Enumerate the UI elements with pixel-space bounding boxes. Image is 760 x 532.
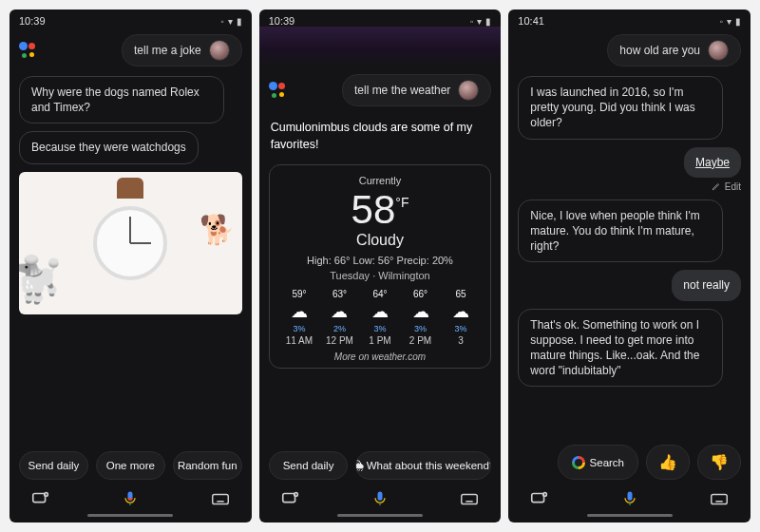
- header-row: how old are you: [508, 28, 750, 76]
- chip-send-daily[interactable]: Send daily: [269, 451, 349, 480]
- watch-icon: [93, 206, 167, 280]
- poodle-icon: 🐩: [19, 254, 64, 305]
- lens-icon[interactable]: [280, 491, 301, 506]
- query-pill[interactable]: how old are you: [607, 34, 741, 66]
- hourly-forecast: 59° ☁ 3% 11 AM 63° ☁ 2% 12 PM 64° ☁ 3% 1…: [277, 289, 484, 346]
- day-location: Tuesday · Wilmington: [277, 270, 484, 281]
- forecast-hour: 66° ☁ 3% 2 PM: [400, 289, 441, 346]
- assistant-bubble: I was launched in 2016, so I'm pretty yo…: [518, 76, 723, 140]
- conversation: Cumulonimbus clouds are some of my favor…: [259, 116, 502, 444]
- conversation: I was launched in 2016, so I'm pretty yo…: [508, 76, 750, 437]
- query-text: how old are you: [619, 44, 700, 57]
- pencil-icon: [712, 181, 721, 191]
- svg-rect-13: [712, 494, 728, 504]
- query-text: tell me the weather: [354, 84, 450, 97]
- current-temp: 58°F: [277, 190, 484, 230]
- assistant-bubble: That's ok. Something to work on I suppos…: [518, 309, 723, 388]
- nav-handle[interactable]: [87, 514, 173, 517]
- status-icons: ◦▾▮: [470, 16, 492, 27]
- cloud-icon: ☁: [291, 301, 308, 322]
- query-pill[interactable]: tell me a joke: [122, 34, 242, 66]
- joke-punchline-bubble: Because they were watchdogs: [19, 131, 199, 163]
- forecast-hour: 63° ☁ 2% 12 PM: [319, 289, 360, 346]
- query-pill[interactable]: tell me the weather: [342, 74, 491, 106]
- input-bar: [10, 485, 252, 510]
- status-dot-icon: ◦: [220, 16, 224, 27]
- mic-icon[interactable]: [619, 491, 640, 506]
- forecast-hour: 65 ☁ 3% 3: [441, 289, 482, 346]
- status-bar: 10:41 ◦▾▮: [508, 10, 750, 28]
- google-icon: [572, 456, 585, 469]
- screen-age: 10:41 ◦▾▮ how old are you I was launched…: [508, 10, 750, 522]
- chip-random-fun[interactable]: Random fun: [173, 451, 242, 480]
- user-bubble[interactable]: not really: [672, 270, 741, 300]
- svg-rect-7: [282, 494, 294, 503]
- cloud-icon: ☁: [371, 301, 389, 322]
- chip-send-daily[interactable]: Send daily: [19, 451, 88, 480]
- status-icons: ◦ ▾ ▮: [220, 16, 242, 27]
- nav-handle[interactable]: [587, 514, 673, 517]
- dog-icon: 🐕: [200, 212, 235, 245]
- assistant-logo-icon: [19, 42, 36, 59]
- status-icons: ◦▾▮: [719, 16, 741, 27]
- assistant-logo-icon: [269, 82, 286, 99]
- mic-icon[interactable]: [370, 491, 390, 506]
- assistant-bubble: Nice, I love when people think I'm matur…: [518, 200, 723, 263]
- current-condition: Cloudy: [277, 232, 484, 249]
- currently-label: Currently: [277, 175, 484, 186]
- lens-icon[interactable]: [529, 491, 550, 506]
- chip-weekend[interactable]: 🌦 What about this weekend?: [355, 451, 491, 480]
- avatar[interactable]: [458, 80, 479, 101]
- screen-weather: 10:39 ◦▾▮ tell me the weather Cumulonimb…: [259, 10, 502, 522]
- svg-point-1: [45, 493, 48, 497]
- weather-card[interactable]: Currently 58°F Cloudy High: 66° Low: 56°…: [269, 164, 492, 369]
- mic-icon[interactable]: [120, 491, 141, 506]
- screen-joke: 10:39 ◦ ▾ ▮ tell me a joke Why were the …: [10, 10, 252, 522]
- chip-thumbs-up[interactable]: 👍: [646, 445, 690, 480]
- cloud-icon: ☁: [331, 301, 348, 322]
- thumbs-down-icon: 👎: [710, 453, 729, 471]
- chip-thumbs-down[interactable]: 👎: [697, 445, 741, 480]
- keyboard-icon[interactable]: [709, 491, 730, 506]
- high-low-precip: High: 66° Low: 56° Precip: 20%: [277, 255, 484, 266]
- keyboard-icon[interactable]: [210, 491, 231, 506]
- svg-rect-9: [462, 494, 478, 504]
- suggestion-chips: Send daily One more Random fun: [10, 444, 252, 485]
- status-time: 10:39: [269, 15, 295, 27]
- edit-hint[interactable]: Edit: [712, 181, 741, 192]
- keyboard-icon[interactable]: [459, 491, 480, 506]
- header-row: tell me the weather: [259, 68, 502, 116]
- status-bar: 10:39 ◦▾▮: [259, 10, 502, 28]
- svg-rect-0: [33, 494, 46, 503]
- conversation: Why were the dogs named Rolex and Timex?…: [10, 76, 252, 444]
- user-bubble[interactable]: Maybe: [684, 147, 741, 178]
- input-bar: [259, 485, 502, 510]
- cloud-icon: ☁: [452, 301, 469, 322]
- status-bar: 10:39 ◦ ▾ ▮: [10, 10, 252, 28]
- weather-intro: Cumulonimbus clouds are some of my favor…: [269, 116, 492, 157]
- action-chips: Search 👍 👎: [508, 437, 750, 485]
- svg-point-12: [543, 493, 547, 497]
- more-weather-link[interactable]: More on weather.com: [277, 352, 484, 362]
- chip-search[interactable]: Search: [558, 445, 638, 480]
- chip-one-more[interactable]: One more: [96, 451, 165, 480]
- wifi-icon: ▾: [228, 16, 233, 27]
- header-row: tell me a joke: [10, 28, 252, 76]
- svg-rect-11: [532, 494, 544, 503]
- avatar[interactable]: [708, 40, 729, 61]
- nav-handle[interactable]: [337, 514, 423, 517]
- lens-icon[interactable]: [30, 491, 51, 506]
- input-bar: [508, 485, 750, 510]
- cloud-icon: ☁: [412, 301, 429, 322]
- avatar[interactable]: [209, 40, 230, 61]
- battery-icon: ▮: [237, 16, 242, 27]
- query-text: tell me a joke: [134, 44, 201, 57]
- forecast-hour: 59° ☁ 3% 11 AM: [279, 289, 320, 346]
- svg-rect-2: [212, 494, 228, 504]
- suggestion-chips: Send daily 🌦 What about this weekend?: [259, 444, 502, 485]
- svg-point-8: [294, 493, 297, 497]
- forecast-hour: 64° ☁ 3% 1 PM: [360, 289, 401, 346]
- status-time: 10:39: [19, 15, 46, 27]
- thumbs-up-icon: 👍: [658, 453, 677, 471]
- wallpaper-peek: [259, 27, 502, 65]
